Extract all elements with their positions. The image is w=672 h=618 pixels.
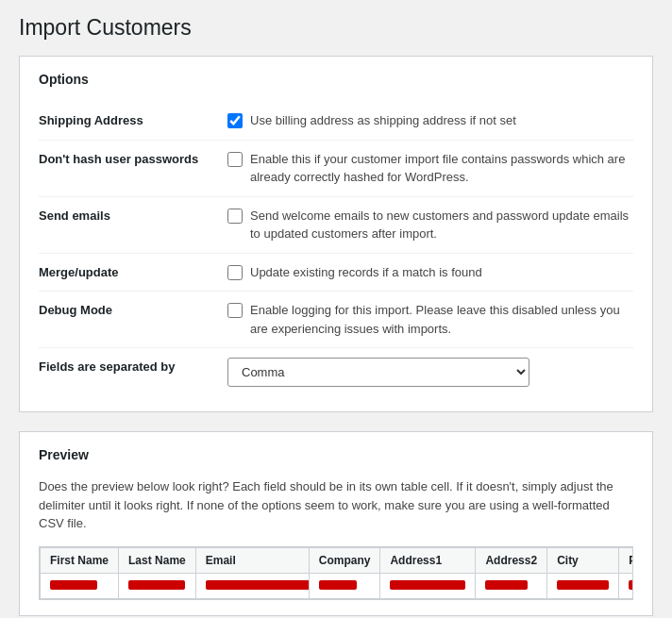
redacted-company — [319, 580, 357, 590]
table-header-row: First Name Last Name Email Company Addre… — [41, 547, 634, 573]
cell-company — [309, 573, 380, 598]
preview-heading: Preview — [39, 447, 633, 466]
page-wrapper: Import Customers Options Shipping Addres… — [0, 0, 672, 618]
dont-hash-control: Enable this if your customer import file… — [227, 150, 633, 187]
send-emails-checkbox[interactable] — [227, 209, 243, 224]
dont-hash-desc: Enable this if your customer import file… — [250, 150, 633, 187]
merge-checkbox[interactable] — [227, 265, 243, 280]
separator-label: Fields are separated by — [39, 358, 227, 374]
shipping-address-checkbox[interactable] — [227, 113, 243, 128]
separator-control: Comma Semicolon Tab Space Pipe — [227, 358, 633, 387]
redacted-email — [206, 580, 310, 590]
option-row-debug: Debug Mode Enable logging for this impor… — [39, 292, 633, 348]
merge-desc: Update existing records if a match is fo… — [250, 263, 482, 282]
col-header-lastname: Last Name — [119, 547, 196, 573]
dont-hash-checkbox[interactable] — [227, 152, 243, 167]
dont-hash-label: Don't hash user passwords — [39, 150, 227, 166]
cell-email — [195, 573, 309, 598]
debug-desc: Enable logging for this import. Please l… — [250, 301, 633, 338]
preview-section: Preview Does the preview below look righ… — [19, 431, 653, 616]
options-heading: Options — [39, 72, 633, 91]
shipping-address-control: Use billing address as shipping address … — [227, 111, 633, 130]
shipping-address-desc: Use billing address as shipping address … — [250, 111, 516, 130]
debug-control: Enable logging for this import. Please l… — [227, 301, 633, 338]
option-row-emails: Send emails Send welcome emails to new c… — [39, 197, 633, 254]
redacted-address1 — [390, 580, 465, 590]
col-header-company: Company — [309, 547, 380, 573]
col-header-address1: Address1 — [380, 547, 476, 573]
cell-firstname — [41, 573, 119, 598]
col-header-address2: Address2 — [476, 547, 547, 573]
col-header-city: City — [547, 547, 619, 573]
option-row-separator: Fields are separated by Comma Semicolon … — [39, 348, 633, 396]
send-emails-control: Send welcome emails to new customers and… — [227, 207, 633, 243]
redacted-city — [557, 580, 609, 590]
redacted-province — [629, 580, 633, 590]
cell-lastname — [119, 573, 196, 598]
col-header-email: Email — [195, 547, 309, 573]
col-header-firstname: First Name — [41, 547, 119, 573]
cell-province — [619, 573, 633, 598]
cell-address1 — [380, 573, 476, 598]
debug-label: Debug Mode — [39, 301, 227, 317]
redacted-lastname — [128, 580, 185, 590]
redacted-address2 — [485, 580, 528, 590]
send-emails-desc: Send welcome emails to new customers and… — [250, 207, 633, 243]
option-row-hash: Don't hash user passwords Enable this if… — [39, 141, 633, 197]
option-row-shipping: Shipping Address Use billing address as … — [39, 102, 633, 141]
cell-address2 — [476, 573, 547, 598]
shipping-address-label: Shipping Address — [39, 111, 227, 127]
preview-table-wrapper: First Name Last Name Email Company Addre… — [39, 546, 633, 600]
merge-label: Merge/update — [39, 263, 227, 279]
col-header-province: Province — [619, 547, 633, 573]
table-row — [41, 573, 634, 598]
debug-checkbox[interactable] — [227, 303, 243, 318]
preview-table: First Name Last Name Email Company Addre… — [40, 547, 633, 599]
merge-control: Update existing records if a match is fo… — [227, 263, 633, 282]
send-emails-label: Send emails — [39, 207, 227, 223]
page-title: Import Customers — [19, 15, 653, 41]
redacted-firstname — [50, 580, 97, 590]
option-row-merge: Merge/update Update existing records if … — [39, 254, 633, 292]
options-section: Options Shipping Address Use billing add… — [19, 56, 653, 412]
delimiter-select[interactable]: Comma Semicolon Tab Space Pipe — [227, 358, 529, 387]
cell-city — [547, 573, 619, 598]
preview-description: Does the preview below look right? Each … — [39, 477, 633, 533]
